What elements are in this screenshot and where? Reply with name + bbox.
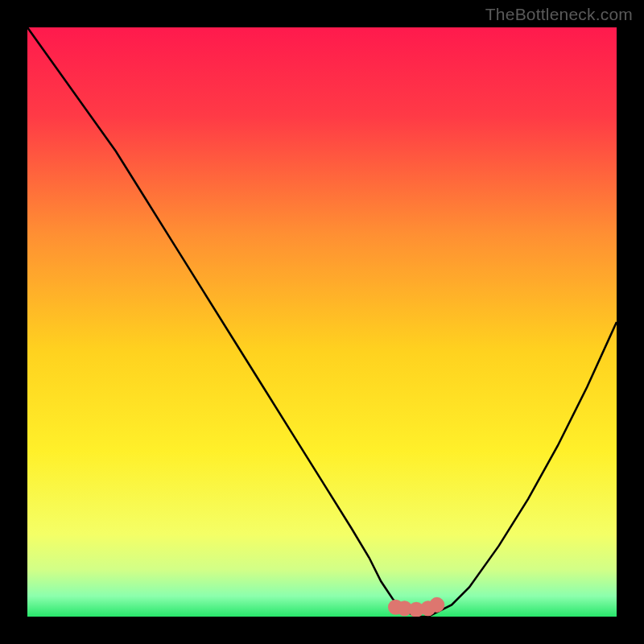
- watermark-text: TheBottleneck.com: [485, 5, 633, 24]
- optimum-marker: [429, 597, 444, 613]
- plot-area: [27, 27, 617, 617]
- chart-frame: TheBottleneck.com: [0, 0, 644, 644]
- bottleneck-curve: [27, 27, 617, 617]
